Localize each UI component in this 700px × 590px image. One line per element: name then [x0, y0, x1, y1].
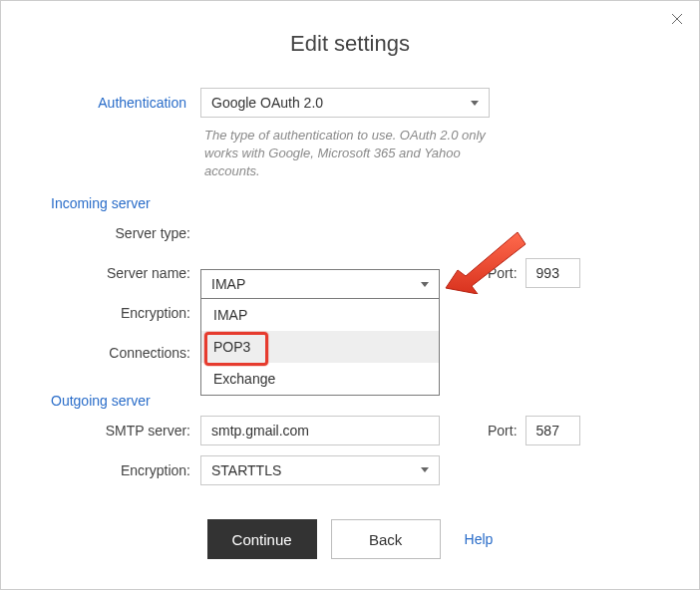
outgoing-server-heading: Outgoing server [51, 393, 200, 409]
continue-button[interactable]: Continue [207, 519, 317, 559]
smtp-server-label: SMTP server: [51, 423, 200, 439]
close-icon [671, 13, 683, 25]
edit-settings-dialog: Edit settings Authentication Google OAut… [0, 0, 700, 590]
chevron-down-icon [421, 467, 429, 472]
dialog-title: Edit settings [1, 31, 699, 57]
server-name-label: Server name: [51, 265, 200, 281]
outgoing-encryption-select[interactable]: STARTTLS [200, 455, 440, 485]
outgoing-port-label: Port: [488, 423, 518, 439]
dialog-button-row: Continue Back Help [1, 519, 699, 559]
incoming-server-heading: Incoming server [51, 195, 200, 211]
server-type-options-list: IMAP POP3 Exchange [200, 299, 440, 396]
back-button[interactable]: Back [331, 519, 441, 559]
help-link[interactable]: Help [465, 531, 494, 547]
outgoing-encryption-label: Encryption: [51, 462, 200, 478]
server-type-option-pop3[interactable]: POP3 [201, 331, 439, 363]
authentication-select[interactable]: Google OAuth 2.0 [200, 88, 490, 118]
outgoing-encryption-value: STARTTLS [211, 462, 281, 478]
server-type-label: Server type: [51, 225, 200, 241]
close-button[interactable] [667, 9, 687, 29]
server-type-select[interactable]: IMAP [200, 269, 440, 299]
server-type-option-exchange[interactable]: Exchange [201, 363, 439, 395]
smtp-server-input[interactable]: smtp.gmail.com [200, 416, 440, 445]
incoming-port-label: Port: [488, 265, 518, 281]
chevron-down-icon [421, 282, 429, 287]
server-type-option-imap[interactable]: IMAP [201, 299, 439, 331]
server-type-value: IMAP [211, 276, 245, 292]
chevron-down-icon [471, 101, 479, 106]
authentication-value: Google OAuth 2.0 [211, 95, 323, 111]
authentication-helper-text: The type of authentication to use. OAuth… [200, 127, 510, 181]
incoming-port-input[interactable]: 993 [525, 258, 580, 288]
incoming-encryption-label: Encryption: [51, 305, 200, 321]
authentication-label: Authentication [51, 95, 200, 111]
connections-label: Connections: [51, 345, 200, 361]
server-type-dropdown: IMAP IMAP POP3 Exchange [200, 269, 440, 396]
outgoing-port-input[interactable]: 587 [525, 416, 580, 445]
